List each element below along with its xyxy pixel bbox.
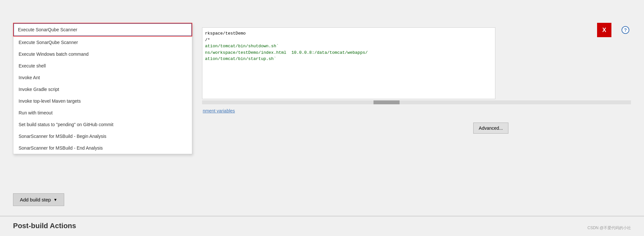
close-button[interactable]: X [597, 23, 611, 37]
advanced-button[interactable]: Advanced... [473, 123, 508, 134]
add-build-step-label: Add build step [20, 197, 51, 202]
dropdown-item-execute-sonarqube[interactable]: Execute SonarQube Scanner [13, 37, 192, 48]
dropdown-list: Execute SonarQube Scanner Execute Window… [13, 36, 192, 154]
left-section: Execute SonarQube Scanner Execute SonarQ… [13, 23, 196, 206]
main-content: Execute SonarQube Scanner Execute SonarQ… [0, 20, 644, 206]
dropdown-item-execute-windows[interactable]: Execute Windows batch command [13, 48, 192, 60]
post-build-title: Post-build Actions [13, 222, 631, 230]
dropdown-selected[interactable]: Execute SonarQube Scanner [13, 23, 192, 36]
code-line-3: ation/tomcat/bin/shutdown.sh` [205, 43, 492, 50]
dropdown-item-sonarscanner-begin[interactable]: SonarScanner for MSBuild - Begin Analysi… [13, 130, 192, 142]
dropdown-item-run-timeout[interactable]: Run with timeout [13, 107, 192, 119]
horizontal-scrollbar[interactable] [202, 100, 631, 104]
code-line-5: ation/tomcat/bin/startup.sh` [205, 56, 492, 62]
help-icon[interactable]: ? [622, 26, 629, 34]
dropdown-item-set-build-status[interactable]: Set build status to "pending" on GitHub … [13, 119, 192, 130]
env-link-area: nment variables [202, 108, 631, 113]
code-line-1: rkspace/testDemo [205, 30, 492, 37]
watermark: CSDN @不爱代码的小社 [587, 225, 631, 231]
dropdown-item-sonarscanner-end[interactable]: SonarScanner for MSBuild - End Analysis [13, 142, 192, 154]
right-section: rkspace/testDemo /* ation/tomcat/bin/shu… [196, 23, 631, 206]
dropdown-item-invoke-ant[interactable]: Invoke Ant [13, 72, 192, 83]
dropdown-item-execute-shell[interactable]: Execute shell [13, 60, 192, 72]
env-variables-link[interactable]: nment variables [203, 108, 235, 113]
post-build-section: Post-build Actions [0, 216, 644, 235]
scrollbar-thumb [373, 100, 400, 104]
code-line-4: ns/workspace/testDemo/index.html 10.0.0.… [205, 50, 492, 56]
dropdown-item-invoke-gradle[interactable]: Invoke Gradle script [13, 83, 192, 95]
dropdown-item-invoke-maven[interactable]: Invoke top-level Maven targets [13, 95, 192, 107]
code-line-2: /* [205, 37, 492, 43]
add-build-step-button[interactable]: Add build step ▼ [13, 193, 64, 206]
dropdown-arrow-icon: ▼ [53, 198, 57, 202]
code-editor[interactable]: rkspace/testDemo /* ation/tomcat/bin/shu… [202, 27, 495, 99]
page-container: Execute SonarQube Scanner Execute SonarQ… [0, 0, 644, 236]
dropdown-container: Execute SonarQube Scanner Execute SonarQ… [13, 23, 192, 154]
dropdown-selected-text: Execute SonarQube Scanner [18, 27, 187, 32]
right-panel-content: rkspace/testDemo /* ation/tomcat/bin/shu… [202, 23, 631, 113]
add-build-step-area: Add build step ▼ [13, 193, 196, 206]
